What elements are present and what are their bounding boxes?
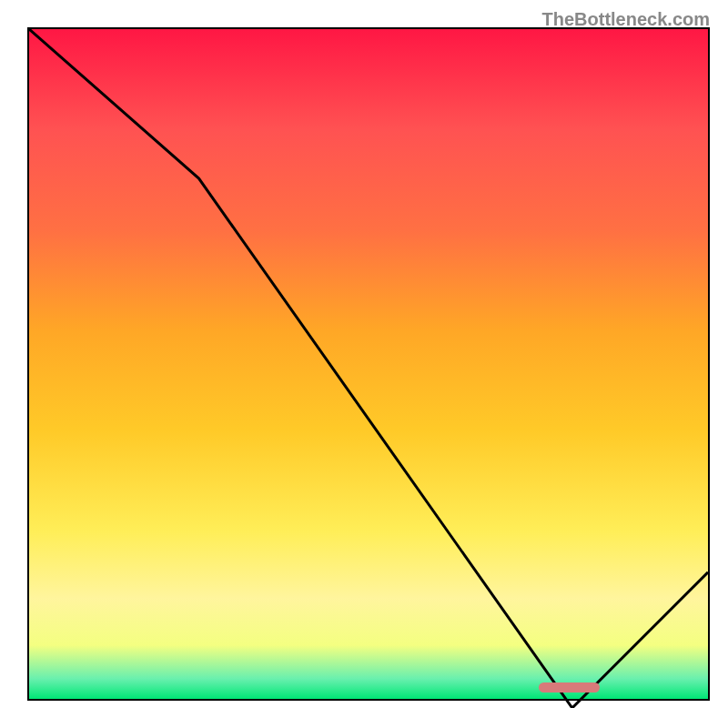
bottleneck-curve xyxy=(29,29,708,708)
chart-container xyxy=(27,27,710,701)
optimal-zone-marker xyxy=(539,682,600,693)
watermark: TheBottleneck.com xyxy=(542,9,710,30)
plot-region xyxy=(27,27,710,701)
